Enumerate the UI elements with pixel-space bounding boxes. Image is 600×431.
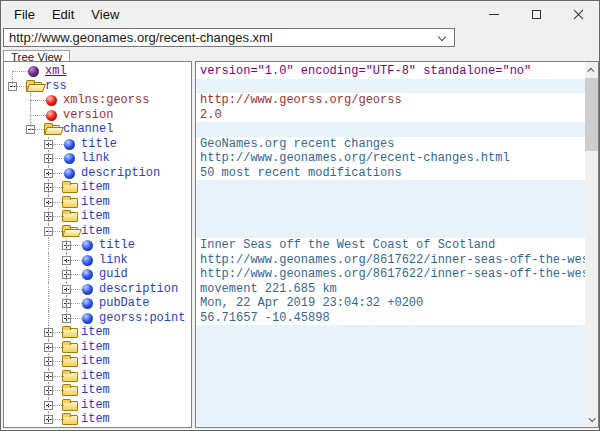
value-row — [196, 412, 585, 427]
tree-node-label[interactable]: description — [99, 282, 178, 297]
tree-node-label[interactable]: pubDate — [99, 296, 149, 311]
tree-node-label[interactable]: xml — [45, 64, 67, 79]
element-icon — [64, 153, 75, 164]
open-folder-icon — [62, 227, 78, 237]
vertical-scrollbar[interactable] — [585, 62, 598, 427]
open-folder-icon — [44, 125, 60, 135]
tree-row: item — [4, 209, 191, 224]
value-row — [196, 325, 585, 340]
node-value: http://www.geonames.org/8617622/inner-se… — [200, 267, 585, 282]
tree-node-label[interactable]: item — [81, 398, 110, 413]
folder-icon — [62, 198, 78, 208]
value-row — [196, 354, 585, 369]
xml-viewer-window: FileEditView http://www.geonames.org/rec… — [0, 0, 600, 431]
tree-connector-line — [66, 289, 82, 290]
attribute-icon — [46, 110, 57, 121]
tree-connector-line — [12, 86, 28, 87]
tree-connector-line — [66, 245, 82, 246]
tree-node-label[interactable]: item — [81, 369, 110, 384]
tree-connector-line — [48, 144, 64, 145]
xml-tree-panel[interactable]: xml rss xmlns:georss version channel tit… — [3, 61, 192, 428]
node-value: http://www.geonames.org/8617622/inner-se… — [200, 253, 585, 268]
tree-node-label[interactable]: item — [81, 224, 110, 239]
value-row: Mon, 22 Apr 2019 23:04:32 +0200 — [196, 296, 585, 311]
menu-item-file[interactable]: File — [9, 3, 40, 26]
value-row — [196, 340, 585, 355]
value-row — [196, 383, 585, 398]
maximize-button[interactable] — [515, 1, 557, 27]
node-value: 56.71657 -10.45898 — [200, 311, 330, 326]
tree-connector-line — [48, 390, 64, 391]
menu-item-edit[interactable]: Edit — [47, 3, 79, 26]
url-combobox[interactable]: http://www.geonames.org/recent-changes.x… — [3, 28, 455, 47]
close-button[interactable] — [557, 1, 599, 27]
value-row: http://www.geonames.org/8617622/inner-se… — [196, 253, 585, 268]
tree-node-label[interactable]: title — [99, 238, 135, 253]
element-icon — [82, 240, 93, 251]
folder-icon — [62, 386, 78, 396]
node-value: version="1.0" encoding="UTF-8" standalon… — [200, 64, 531, 79]
value-row: GeoNames.org recent changes — [196, 137, 585, 152]
tree-connector-line — [48, 361, 64, 362]
tree-node-label[interactable]: link — [99, 253, 128, 268]
chevron-down-icon[interactable] — [438, 33, 446, 41]
value-row: movement 221.685 km — [196, 282, 585, 297]
tree-node-label[interactable]: guid — [99, 267, 128, 282]
element-icon — [82, 255, 93, 266]
tree-node-label[interactable]: title — [81, 137, 117, 152]
value-row — [196, 79, 585, 94]
tree-node-label[interactable]: description — [81, 166, 160, 181]
tree-connector-line — [48, 253, 49, 268]
element-icon — [82, 313, 93, 324]
tree-node-label[interactable]: item — [81, 340, 110, 355]
tree-connector-line — [66, 274, 82, 275]
tree-connector-line — [12, 79, 13, 86]
open-folder-icon — [26, 82, 42, 92]
value-row — [196, 398, 585, 413]
tree-connector-line — [48, 158, 64, 159]
tree-connector-line — [48, 187, 64, 188]
tree-node-label[interactable]: item — [81, 383, 110, 398]
tree-node-label[interactable]: item — [81, 209, 110, 224]
tree-node-label[interactable]: item — [81, 354, 110, 369]
tree-node-label[interactable]: item — [81, 412, 110, 427]
tree-node-label[interactable]: item — [81, 325, 110, 340]
tree-node-label[interactable]: xmlns:georss — [63, 93, 149, 108]
url-value[interactable]: http://www.geonames.org/recent-changes.x… — [9, 29, 273, 46]
tree-row: item — [4, 325, 191, 340]
value-row: 50 most recent modifications — [196, 166, 585, 181]
scroll-up-icon[interactable] — [585, 62, 598, 78]
tree-node-label[interactable]: item — [81, 195, 110, 210]
tree-connector-line — [48, 216, 64, 217]
tree-node-label[interactable]: rss — [45, 79, 67, 94]
tree-node-label[interactable]: link — [81, 151, 110, 166]
tree-node-label[interactable]: georss:point — [99, 311, 185, 326]
tree-row: item — [4, 398, 191, 413]
value-row: http://www.geonames.org/recent-changes.h… — [196, 151, 585, 166]
tree-node-label[interactable]: channel — [63, 122, 113, 137]
tree-row: item — [4, 180, 191, 195]
scroll-down-icon[interactable] — [585, 411, 598, 427]
node-value: http://www.georss.org/georss — [200, 93, 402, 108]
tree-row: item — [4, 412, 191, 427]
scrollbar-thumb[interactable] — [585, 78, 598, 151]
tree-connector-line — [48, 376, 64, 377]
value-row — [196, 369, 585, 384]
close-icon — [573, 9, 584, 20]
node-value: Inner Seas off the West Coast of Scotlan… — [200, 238, 495, 253]
tree-row: item — [4, 340, 191, 355]
tree-connector-line — [48, 412, 49, 419]
tree-row: item — [4, 224, 191, 239]
tree-row: item — [4, 354, 191, 369]
tree-node-label[interactable]: item — [81, 180, 110, 195]
tree-node-label[interactable]: version — [63, 108, 113, 123]
minimize-icon — [489, 14, 499, 15]
tree-row: pubDate — [4, 296, 191, 311]
value-row — [196, 224, 585, 239]
tree-connector-line — [48, 282, 49, 297]
tree-row: guid — [4, 267, 191, 282]
folder-icon — [62, 212, 78, 222]
tree-connector-line — [66, 303, 82, 304]
minimize-button[interactable] — [473, 1, 515, 27]
menu-item-view[interactable]: View — [86, 3, 124, 26]
